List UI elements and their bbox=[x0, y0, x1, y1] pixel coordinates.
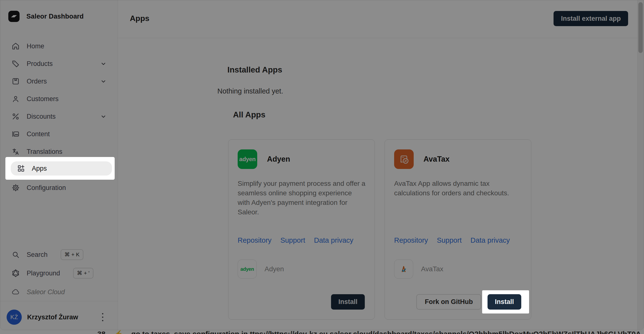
install-spotlight-highlight: Install bbox=[482, 290, 529, 314]
apps-spotlight-highlight: Apps bbox=[6, 157, 115, 180]
install-button-avatax[interactable]: Install bbox=[488, 294, 521, 310]
sidebar-item-apps[interactable]: Apps bbox=[11, 162, 112, 175]
apps-grid-icon bbox=[17, 164, 26, 173]
sidebar-item-label: Apps bbox=[32, 165, 47, 172]
